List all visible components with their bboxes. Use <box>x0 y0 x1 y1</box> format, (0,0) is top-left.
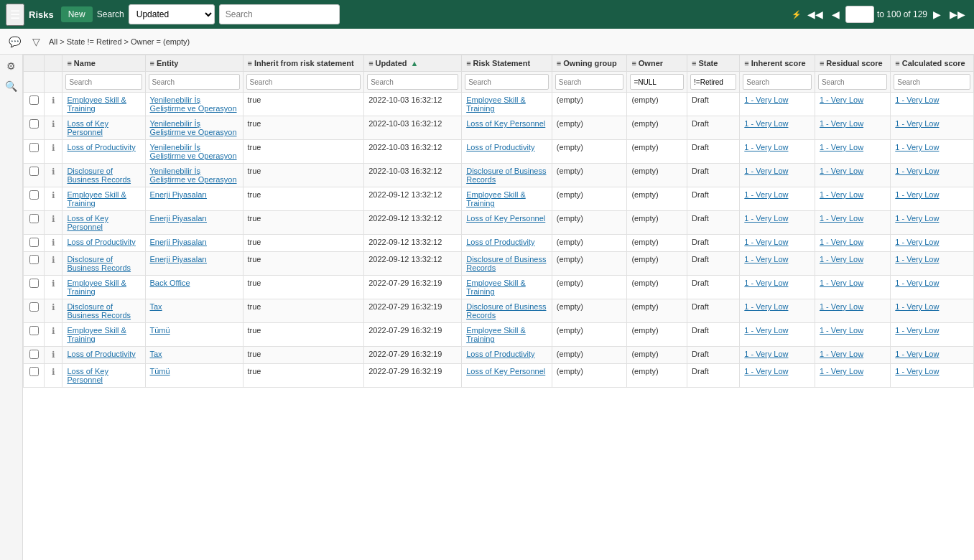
row-residual-link[interactable]: 1 - Very Low <box>820 167 863 175</box>
info-icon[interactable]: ℹ <box>52 119 55 129</box>
row-checkbox[interactable] <box>29 214 39 223</box>
row-checkbox[interactable] <box>29 255 39 264</box>
info-icon[interactable]: ℹ <box>52 95 55 106</box>
row-entity-link[interactable]: Tax <box>150 350 162 358</box>
row-risk-link[interactable]: Employee Skill & Training <box>466 95 526 113</box>
settings-icon[interactable]: ⚙ <box>4 57 19 75</box>
row-name-link[interactable]: Disclosure of Business Records <box>67 302 131 319</box>
row-name-link[interactable]: Employee Skill & Training <box>67 190 126 207</box>
row-inherent-link[interactable]: 1 - Very Low <box>744 143 788 151</box>
info-icon[interactable]: ℹ <box>52 302 55 312</box>
search-input[interactable] <box>219 4 340 24</box>
row-inherent-link[interactable]: 1 - Very Low <box>744 350 788 358</box>
nav-last-button[interactable]: ▶▶ <box>947 7 968 22</box>
row-risk-link[interactable]: Loss of Key Personnel <box>466 367 545 375</box>
filter-risk-input[interactable] <box>465 74 549 90</box>
row-residual-link[interactable]: 1 - Very Low <box>820 302 863 311</box>
filter-icon[interactable]: ▽ <box>29 34 43 49</box>
row-checkbox[interactable] <box>29 119 39 129</box>
info-icon[interactable]: ℹ <box>52 367 55 377</box>
row-risk-link[interactable]: Employee Skill & Training <box>466 326 526 343</box>
row-entity-link[interactable]: Yenilenebilir İş Geliştirme ve Operasyon <box>150 95 237 113</box>
row-risk-link[interactable]: Employee Skill & Training <box>466 279 526 296</box>
row-inherent-link[interactable]: 1 - Very Low <box>744 167 788 175</box>
row-entity-link[interactable]: Enerji Piyasaları <box>150 214 207 223</box>
row-calc-link[interactable]: 1 - Very Low <box>895 350 939 358</box>
row-name-link[interactable]: Loss of Productivity <box>67 238 135 246</box>
info-icon[interactable]: ℹ <box>52 326 55 336</box>
row-calc-link[interactable]: 1 - Very Low <box>895 190 939 199</box>
row-inherent-link[interactable]: 1 - Very Low <box>744 214 788 223</box>
row-residual-link[interactable]: 1 - Very Low <box>820 214 863 223</box>
filter-owning-input[interactable] <box>555 74 624 90</box>
row-name-link[interactable]: Loss of Key Personnel <box>67 214 108 231</box>
nav-next-button[interactable]: ▶ <box>930 7 944 22</box>
row-name-link[interactable]: Loss of Productivity <box>67 143 135 151</box>
nav-prev-button[interactable]: ◀ <box>829 7 843 22</box>
row-checkbox[interactable] <box>29 143 39 152</box>
row-residual-link[interactable]: 1 - Very Low <box>820 143 863 151</box>
row-residual-link[interactable]: 1 - Very Low <box>820 119 863 128</box>
row-name-link[interactable]: Employee Skill & Training <box>67 279 126 296</box>
row-inherent-link[interactable]: 1 - Very Low <box>744 302 788 311</box>
row-entity-link[interactable]: Yenilenebilir İş Geliştirme ve Operasyon <box>150 119 237 136</box>
info-icon[interactable]: ℹ <box>52 238 55 248</box>
row-calc-link[interactable]: 1 - Very Low <box>895 95 939 104</box>
row-entity-link[interactable]: Enerji Piyasaları <box>150 190 207 199</box>
col-state-header[interactable]: ≡State <box>687 55 740 72</box>
row-calc-link[interactable]: 1 - Very Low <box>895 143 939 151</box>
col-inherit-header[interactable]: ≡Inherit from risk statement <box>243 55 364 72</box>
row-risk-link[interactable]: Disclosure of Business Records <box>466 255 546 272</box>
filter-inherit-input[interactable] <box>246 74 361 90</box>
chat-icon[interactable]: 💬 <box>6 34 24 49</box>
search-side-icon[interactable]: 🔍 <box>2 78 20 95</box>
row-inherent-link[interactable]: 1 - Very Low <box>744 255 788 263</box>
row-risk-link[interactable]: Disclosure of Business Records <box>466 167 546 184</box>
row-residual-link[interactable]: 1 - Very Low <box>820 367 863 375</box>
row-checkbox[interactable] <box>29 167 39 176</box>
row-inherent-link[interactable]: 1 - Very Low <box>744 326 788 335</box>
row-calc-link[interactable]: 1 - Very Low <box>895 214 939 223</box>
row-residual-link[interactable]: 1 - Very Low <box>820 238 863 246</box>
row-entity-link[interactable]: Tümü <box>150 326 170 335</box>
col-calc-header[interactable]: ≡Calculated score <box>891 55 974 72</box>
row-name-link[interactable]: Employee Skill & Training <box>67 326 126 343</box>
row-inherent-link[interactable]: 1 - Very Low <box>744 238 788 246</box>
row-calc-link[interactable]: 1 - Very Low <box>895 119 939 128</box>
filter-calc-input[interactable] <box>894 74 970 90</box>
filter-residual-input[interactable] <box>818 74 887 90</box>
row-entity-link[interactable]: Tümü <box>150 367 170 375</box>
row-entity-link[interactable]: Enerji Piyasaları <box>150 238 207 246</box>
row-checkbox[interactable] <box>29 279 39 288</box>
info-icon[interactable]: ℹ <box>52 255 55 265</box>
row-checkbox[interactable] <box>29 190 39 200</box>
col-risk-header[interactable]: ≡Risk Statement <box>462 55 552 72</box>
col-inherent-header[interactable]: ≡Inherent score <box>740 55 815 72</box>
row-inherent-link[interactable]: 1 - Very Low <box>744 279 788 287</box>
row-residual-link[interactable]: 1 - Very Low <box>820 255 863 263</box>
row-checkbox[interactable] <box>29 350 39 359</box>
filter-owner-input[interactable] <box>630 74 684 90</box>
row-entity-link[interactable]: Enerji Piyasaları <box>150 255 207 263</box>
row-name-link[interactable]: Disclosure of Business Records <box>67 167 131 184</box>
row-checkbox[interactable] <box>29 367 39 376</box>
col-residual-header[interactable]: ≡Residual score <box>815 55 890 72</box>
filter-state-input[interactable] <box>690 74 736 90</box>
filter-entity-input[interactable] <box>149 74 240 90</box>
filter-name-input[interactable] <box>65 74 142 90</box>
info-icon[interactable]: ℹ <box>52 167 55 177</box>
new-button[interactable]: New <box>61 6 93 22</box>
row-checkbox[interactable] <box>29 326 39 335</box>
info-icon[interactable]: ℹ <box>52 350 55 360</box>
info-icon[interactable]: ℹ <box>52 143 55 153</box>
col-updated-header[interactable]: ≡Updated▲ <box>364 55 462 72</box>
row-checkbox[interactable] <box>29 302 39 312</box>
col-entity-header[interactable]: ≡Entity <box>145 55 243 72</box>
row-inherent-link[interactable]: 1 - Very Low <box>744 95 788 104</box>
col-name-header[interactable]: ≡Name <box>62 55 145 72</box>
menu-icon[interactable]: ☰ <box>6 4 24 26</box>
row-entity-link[interactable]: Yenilenebilir İş Geliştirme ve Operasyon <box>150 143 237 160</box>
row-name-link[interactable]: Loss of Key Personnel <box>67 119 108 136</box>
row-name-link[interactable]: Loss of Key Personnel <box>67 367 108 384</box>
row-residual-link[interactable]: 1 - Very Low <box>820 190 863 199</box>
